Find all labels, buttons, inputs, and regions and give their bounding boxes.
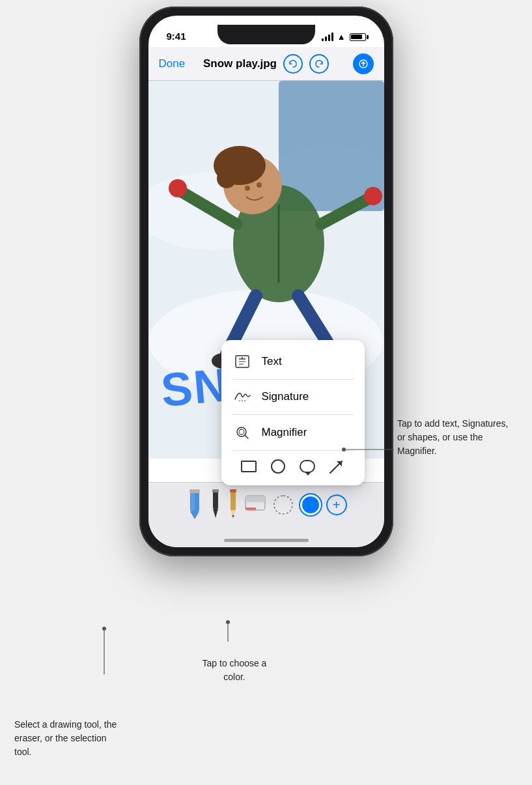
battery-icon	[350, 33, 366, 41]
svg-point-12	[245, 186, 250, 191]
callout-right-arrow	[339, 440, 397, 459]
add-button[interactable]: +	[326, 494, 347, 515]
svg-point-15	[364, 187, 382, 205]
pencil-tool[interactable]	[227, 488, 239, 522]
svg-line-37	[245, 435, 248, 438]
action-button[interactable]	[353, 53, 374, 74]
phone-frame: 9:41 ▲ Done Snow play.jpg	[139, 7, 393, 556]
svg-rect-24	[212, 489, 219, 492]
wifi-icon: ▲	[337, 32, 346, 42]
svg-rect-21	[191, 491, 195, 511]
home-indicator	[224, 539, 309, 542]
callout-right: Tap to add text, Signatures, or shapes, …	[397, 417, 518, 458]
nav-title: Snow play.jpg	[203, 57, 277, 70]
notch	[217, 25, 315, 44]
eraser-tool[interactable]	[244, 491, 266, 519]
svg-point-40	[342, 448, 346, 451]
marker-tool[interactable]	[186, 488, 204, 522]
text-icon	[233, 352, 251, 371]
svg-rect-22	[189, 489, 200, 493]
drawing-toolbar: +	[148, 482, 384, 528]
callout-color: Tap to choose a color.	[192, 657, 277, 684]
magnifier-icon	[233, 423, 251, 442]
shape-arrow-button[interactable]	[327, 457, 346, 476]
svg-point-14	[169, 179, 187, 197]
status-icons: ▲	[322, 32, 366, 42]
lasso-tool[interactable]	[272, 493, 295, 517]
callout-drawing-arrow	[91, 625, 117, 678]
pen-tool[interactable]	[209, 488, 222, 522]
svg-rect-26	[230, 489, 236, 492]
svg-point-42	[226, 620, 230, 624]
nav-title-group: Snow play.jpg	[203, 54, 329, 74]
shape-circle-button[interactable]	[268, 457, 288, 476]
color-swatch[interactable]	[300, 494, 321, 515]
popup-menu: Text Signature	[221, 340, 365, 486]
svg-rect-25	[231, 491, 236, 510]
done-button[interactable]: Done	[159, 57, 203, 70]
shape-bubble-button[interactable]	[298, 457, 317, 476]
shape-rect-button[interactable]	[239, 457, 259, 476]
popup-text-item[interactable]: Text	[221, 344, 365, 379]
phone-screen: 9:41 ▲ Done Snow play.jpg	[148, 16, 384, 547]
text-label: Text	[262, 355, 282, 368]
signature-icon	[233, 388, 251, 406]
svg-rect-28	[245, 507, 256, 510]
signal-icon	[322, 33, 333, 41]
redo-button[interactable]	[309, 54, 329, 74]
nav-bar: Done Snow play.jpg	[148, 47, 384, 81]
callout-drawing: Select a drawing tool, the eraser, or th…	[14, 718, 125, 759]
svg-rect-29	[245, 496, 265, 502]
magnifier-label: Magnifier	[262, 426, 307, 439]
svg-point-13	[257, 182, 262, 188]
nav-right	[329, 53, 373, 74]
svg-rect-23	[213, 491, 218, 509]
callout-color-arrow	[221, 619, 234, 645]
signature-label: Signature	[262, 390, 309, 403]
undo-button[interactable]	[283, 54, 303, 74]
svg-point-44	[102, 627, 106, 631]
svg-point-11	[239, 149, 260, 169]
popup-signature-item[interactable]: Signature	[221, 379, 365, 414]
